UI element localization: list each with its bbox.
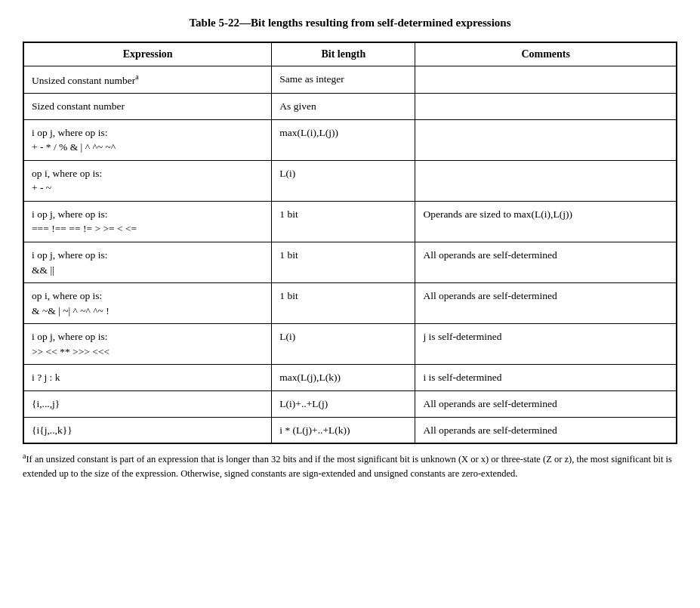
cell-expression: i op j, where op is: >> << ** >>> <<< bbox=[24, 324, 272, 365]
cell-bit-length: 1 bit bbox=[272, 242, 415, 283]
cell-bit-length: As given bbox=[272, 94, 415, 120]
table-row: {i,...,j} L(i)+..+L(j) All operands are … bbox=[24, 390, 677, 417]
cell-bit-length: 1 bit bbox=[272, 283, 415, 324]
cell-comments: All operands are self-determined bbox=[415, 417, 677, 443]
table-row: i ? j : k max(L(j),L(k)) i is self-deter… bbox=[24, 365, 677, 391]
cell-comments: j is self-determined bbox=[415, 324, 677, 365]
footnote-ref-a: a bbox=[135, 73, 138, 81]
cell-expression: i ? j : k bbox=[24, 365, 272, 391]
table-row: Unsized constant numbera Same as integer bbox=[24, 66, 677, 94]
table-row: op i, where op is: + - ~ L(i) bbox=[24, 160, 677, 201]
cell-comments: All operands are self-determined bbox=[415, 390, 677, 417]
cell-expression: Sized constant number bbox=[24, 94, 272, 120]
cell-comments bbox=[415, 160, 677, 201]
cell-expression: {i,...,j} bbox=[24, 390, 272, 417]
table-row: Sized constant number As given bbox=[24, 94, 677, 120]
cell-bit-length: L(i) bbox=[272, 160, 415, 201]
cell-expression: {i{j,..,k}} bbox=[24, 417, 272, 443]
table-row: i op j, where op is: === !== == != > >= … bbox=[24, 201, 677, 242]
col-header-comments: Comments bbox=[415, 43, 677, 66]
cell-bit-length: Same as integer bbox=[272, 66, 415, 94]
cell-bit-length: max(L(j),L(k)) bbox=[272, 365, 415, 391]
cell-expression: i op j, where op is: && || bbox=[24, 242, 272, 283]
table-row: i op j, where op is: + - * / % & | ^ ^~ … bbox=[24, 119, 677, 160]
cell-comments bbox=[415, 66, 677, 94]
main-table-wrapper: Expression Bit length Comments Unsized c… bbox=[23, 42, 677, 444]
cell-comments: i is self-determined bbox=[415, 365, 677, 391]
cell-expression: Unsized constant numbera bbox=[24, 66, 272, 94]
bit-lengths-table: Expression Bit length Comments Unsized c… bbox=[23, 42, 677, 443]
page-title: Table 5-22—Bit lengths resulting from se… bbox=[23, 15, 677, 31]
cell-comments: All operands are self-determined bbox=[415, 283, 677, 324]
footnote-marker: a bbox=[23, 452, 26, 460]
footnote-text: aIf an unsized constant is part of an ex… bbox=[23, 450, 677, 481]
cell-comments bbox=[415, 119, 677, 160]
col-header-bit-length: Bit length bbox=[272, 43, 415, 66]
table-row: {i{j,..,k}} i * (L(j)+..+L(k)) All opera… bbox=[24, 417, 677, 443]
cell-comments bbox=[415, 94, 677, 120]
cell-comments: Operands are sized to max(L(i),L(j)) bbox=[415, 201, 677, 242]
table-row: i op j, where op is: >> << ** >>> <<< L(… bbox=[24, 324, 677, 365]
cell-expression: i op j, where op is: + - * / % & | ^ ^~ … bbox=[24, 119, 272, 160]
cell-bit-length: 1 bit bbox=[272, 201, 415, 242]
cell-expression: op i, where op is: + - ~ bbox=[24, 160, 272, 201]
cell-bit-length: max(L(i),L(j)) bbox=[272, 119, 415, 160]
table-row: op i, where op is: & ~& | ~| ^ ~^ ^~ ! 1… bbox=[24, 283, 677, 324]
cell-comments: All operands are self-determined bbox=[415, 242, 677, 283]
table-header-row: Expression Bit length Comments bbox=[24, 43, 677, 66]
cell-bit-length: L(i)+..+L(j) bbox=[272, 390, 415, 417]
cell-expression: i op j, where op is: === !== == != > >= … bbox=[24, 201, 272, 242]
cell-bit-length: i * (L(j)+..+L(k)) bbox=[272, 417, 415, 443]
table-row: i op j, where op is: && || 1 bit All ope… bbox=[24, 242, 677, 283]
col-header-expression: Expression bbox=[24, 43, 272, 66]
cell-bit-length: L(i) bbox=[272, 324, 415, 365]
cell-expression: op i, where op is: & ~& | ~| ^ ~^ ^~ ! bbox=[24, 283, 272, 324]
